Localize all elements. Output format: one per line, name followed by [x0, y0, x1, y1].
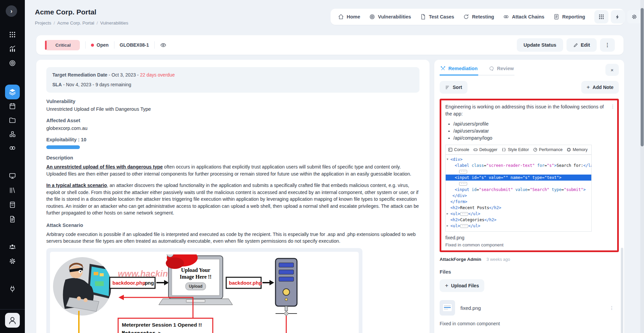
arrow-2 [262, 280, 274, 285]
meterpreter-box: Meterpreter Session 1 Opened !! Meterpre… [118, 318, 213, 333]
user-avatar[interactable] [5, 313, 20, 328]
upload-files-button[interactable]: +Upload Files [440, 279, 484, 292]
sidebar-item-users[interactable] [0, 243, 25, 251]
page-scrollbar-thumb[interactable] [641, 8, 644, 146]
vulnerability-id: GLOBEX08-1 [120, 42, 149, 48]
note-text: Engineering is working on addressing thi… [445, 103, 608, 117]
sidebar-item-layers-active[interactable] [5, 85, 20, 99]
sla-label: SLA [52, 82, 62, 87]
tools-icon [440, 66, 446, 71]
edit-button[interactable]: Edit [566, 38, 597, 52]
breadcrumb-project[interactable]: Acme Corp. Portal [57, 20, 94, 26]
add-note-label: Add Note [593, 85, 613, 90]
sidebar-item-integrations[interactable] [0, 285, 25, 293]
file-thumbnail[interactable] [440, 300, 455, 316]
nav-attack-chains[interactable]: Attack Chains [503, 14, 544, 20]
book-icon [9, 201, 16, 208]
nav-retesting[interactable]: Retesting [463, 14, 494, 20]
sidebar-item-calendar[interactable] [0, 102, 25, 110]
page-title: Acme Corp. Portal [35, 8, 96, 16]
braces-icon [502, 148, 506, 152]
sidebar-divider [0, 309, 25, 310]
sidebar-item-analytics[interactable] [0, 45, 25, 53]
note-kebab-icon[interactable]: ⋮ [610, 104, 615, 109]
files-heading: Files [440, 269, 619, 275]
remediation-panel: Remediation Review × Sort +Add Note ⋮ En… [434, 60, 624, 333]
chat-icon [489, 66, 494, 71]
apps-grid-button[interactable] [594, 10, 608, 23]
debugger-icon [474, 148, 478, 152]
breadcrumb-projects[interactable]: Projects [35, 20, 51, 26]
file-row: fixed.png ⋮ [440, 300, 619, 316]
severity-stripe [45, 41, 47, 50]
description-lead-1: An unrestricted upload of files with dan… [46, 164, 163, 170]
status-label: Open [97, 42, 109, 48]
sidebar-item-attack-chains[interactable] [0, 144, 25, 152]
users-icon [9, 243, 16, 250]
file-name: fixed.png [460, 305, 481, 311]
devtools-tab-performance: Performance [533, 147, 562, 152]
upload-title-1: Upload Your [181, 267, 210, 273]
upload-title-2: Image Here !! [180, 274, 212, 280]
sidebar-item-documents[interactable] [0, 216, 25, 224]
page-scrollbar-track[interactable] [640, 0, 644, 333]
nav-label: Retesting [472, 14, 494, 19]
add-note-button[interactable]: +Add Note [581, 81, 619, 94]
severity-badge[interactable]: Critical [45, 40, 80, 50]
sidebar-item-projects[interactable] [0, 116, 25, 125]
tab-remediation[interactable]: Remediation [440, 64, 478, 76]
tab-label: Review [497, 66, 514, 71]
note-timestamp: 3 weeks ago [487, 257, 510, 262]
nav-reporting[interactable]: Reporting [553, 14, 585, 20]
file-icon [420, 14, 426, 20]
nav-test-cases[interactable]: Test Cases [420, 14, 454, 20]
remediation-date: - Oct 3, 2023 - [107, 72, 140, 78]
sidebar-item-assets[interactable] [0, 172, 25, 180]
library-icon [9, 187, 16, 194]
affected-asset-label: Affected Asset [46, 118, 419, 123]
sidebar-item-modules[interactable] [0, 131, 25, 139]
devtools-tab-label: Console [454, 147, 469, 152]
refresh-icon [463, 14, 469, 20]
monitor-icon [9, 172, 16, 180]
devtools-tab-label: Debugger [479, 147, 497, 152]
status-open[interactable]: Open [91, 42, 109, 48]
vulnerability-value: Unrestricted Upload of File with Dangero… [46, 106, 419, 112]
report-icon [553, 14, 559, 20]
quick-actions-button[interactable] [611, 10, 625, 23]
note-image-caption: Fixed in common component [445, 242, 613, 247]
sidebar-item-library[interactable] [0, 187, 25, 195]
devtools-tab-label: Style Editor [508, 147, 529, 152]
sidebar-item-knowledge-base[interactable] [0, 201, 25, 209]
nav-home[interactable]: Home [338, 14, 360, 20]
update-status-button[interactable]: Update Status [517, 38, 563, 52]
sidebar-expand-button[interactable]: › [6, 5, 17, 17]
panel-close-button[interactable]: × [605, 64, 619, 76]
upload-button-label: Upload [189, 284, 203, 289]
file1-red-text: backdoor.php [112, 280, 145, 286]
panel-scrollbar[interactable] [621, 248, 623, 333]
sla-date: - Nov 4, 2023 - 9 days remaining [62, 82, 131, 87]
layers-icon [8, 88, 16, 96]
description-paragraph-1: An unrestricted upload of files with dan… [46, 163, 419, 177]
gear-icon [631, 14, 637, 20]
watchers-button[interactable] [160, 42, 166, 48]
devtools-tab-style-editor: Style Editor [502, 147, 529, 152]
lightning-icon [615, 14, 621, 20]
plug-icon [9, 285, 16, 293]
status-dot [91, 44, 94, 47]
nav-vulnerabilities[interactable]: Vulnerabilities [369, 14, 411, 20]
sidebar: › [0, 0, 25, 333]
gauge-icon [533, 148, 537, 152]
tab-review[interactable]: Review [488, 64, 514, 76]
attack-diagram-frame: www.hacking [46, 248, 362, 333]
status-more-button[interactable]: ⋮ [600, 38, 615, 52]
sort-button[interactable]: Sort [440, 81, 467, 94]
note-author: AttackForge Admin [440, 257, 481, 262]
sidebar-item-settings[interactable] [0, 257, 25, 266]
settings-button[interactable] [627, 10, 641, 23]
sidebar-item-vulnerabilities[interactable] [0, 59, 25, 67]
file-kebab-icon[interactable]: ⋮ [609, 305, 614, 311]
tab-label: Remediation [448, 66, 478, 71]
sidebar-item-apps[interactable] [0, 31, 25, 39]
